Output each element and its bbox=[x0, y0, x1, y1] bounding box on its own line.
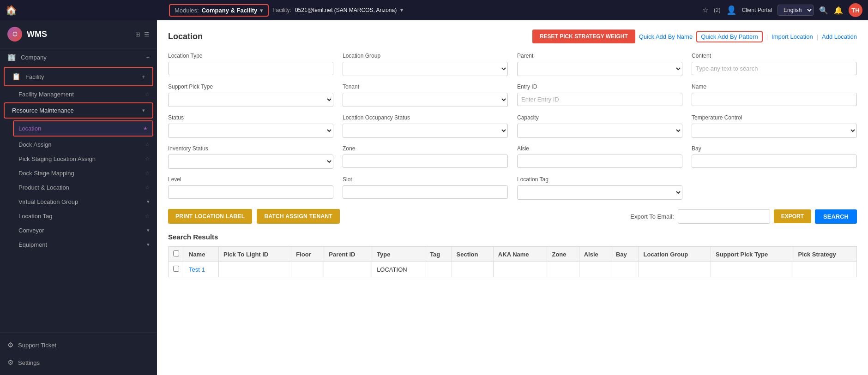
select-inventory-status[interactable] bbox=[168, 155, 333, 169]
sidebar-label-dock-assign: Dock Assign bbox=[18, 141, 52, 148]
facility-icon: 📋 bbox=[12, 72, 21, 81]
sidebar-item-virtual-location-group[interactable]: Virtual Location Group ▾ bbox=[0, 195, 157, 209]
page-title: Location bbox=[168, 32, 203, 42]
label-capacity: Capacity bbox=[517, 114, 682, 121]
input-content[interactable] bbox=[692, 62, 857, 75]
star-dock-assign-icon[interactable]: ☆ bbox=[145, 142, 150, 148]
label-location-tag: Location Tag bbox=[517, 176, 682, 183]
export-button[interactable]: EXPORT bbox=[774, 209, 811, 223]
label-tenant: Tenant bbox=[343, 83, 508, 90]
td-aisle bbox=[579, 262, 611, 277]
import-location-button[interactable]: Import Location bbox=[772, 33, 813, 40]
filter-location-occupancy-status: Location Occupancy Status bbox=[343, 114, 508, 138]
sidebar-label-product-location: Product & Location bbox=[18, 184, 69, 191]
sidebar-item-settings[interactable]: ⚙ Settings bbox=[0, 354, 157, 371]
input-aisle[interactable] bbox=[517, 155, 682, 168]
modules-pill[interactable]: Modules: Company & Facility ▾ bbox=[169, 4, 269, 17]
select-location-occupancy-status[interactable] bbox=[343, 124, 508, 138]
filter-bay: Bay bbox=[692, 145, 857, 169]
notification-bell-container: 🔔 bbox=[834, 6, 843, 15]
select-temperature-control[interactable] bbox=[692, 124, 857, 138]
sidebar-title: WMS bbox=[27, 30, 47, 39]
td-checkbox bbox=[169, 262, 184, 277]
search-button[interactable]: SEARCH bbox=[815, 209, 857, 224]
search-icon[interactable]: 🔍 bbox=[819, 6, 828, 15]
export-email-input[interactable] bbox=[678, 209, 770, 224]
quick-add-by-name-button[interactable]: Quick Add By Name bbox=[639, 33, 693, 40]
select-support-pick-type[interactable] bbox=[168, 93, 333, 107]
sidebar-item-pick-staging[interactable]: Pick Staging Location Assign ☆ bbox=[0, 152, 157, 166]
sidebar-item-product-location[interactable]: Product & Location ☆ bbox=[0, 180, 157, 195]
star-icon[interactable]: ☆ bbox=[702, 6, 708, 14]
input-bay[interactable] bbox=[692, 155, 857, 168]
reset-pick-strategy-button[interactable]: RESET PICK STRATEGY WEIGHT bbox=[532, 30, 635, 43]
sidebar-item-conveyor[interactable]: Conveyor ▾ bbox=[0, 223, 157, 238]
support-ticket-icon: ⚙ bbox=[7, 341, 13, 349]
th-floor: Floor bbox=[291, 247, 324, 262]
star-facility-management-icon[interactable]: ☆ bbox=[145, 91, 150, 97]
sidebar-item-facility[interactable]: 📋 Facility + bbox=[5, 68, 152, 85]
filter-location-type: Location Type bbox=[168, 53, 333, 76]
sidebar-item-location-tag[interactable]: Location Tag ☆ bbox=[0, 209, 157, 223]
input-zone[interactable] bbox=[343, 155, 508, 168]
client-portal-link[interactable]: Client Portal bbox=[742, 7, 772, 13]
sidebar-item-support-ticket[interactable]: ⚙ Support Ticket bbox=[0, 336, 157, 354]
star-product-location-icon[interactable]: ☆ bbox=[145, 185, 150, 190]
select-location-group[interactable] bbox=[343, 62, 508, 76]
add-facility-icon[interactable]: + bbox=[141, 73, 145, 80]
divider-2: | bbox=[817, 33, 818, 40]
avatar[interactable]: TH bbox=[849, 3, 862, 17]
input-slot[interactable] bbox=[343, 185, 508, 199]
bell-icon[interactable]: 🔔 bbox=[834, 6, 843, 14]
quick-add-by-pattern-button[interactable]: Quick Add By Pattern bbox=[697, 32, 762, 42]
sidebar-item-resource-maintenance-wrapper: Resource Maintenance ▾ bbox=[4, 102, 153, 119]
sidebar-bottom: ⚙ Support Ticket ⚙ Settings bbox=[0, 332, 157, 375]
sidebar-item-dock-stage-mapping[interactable]: Dock Stage Mapping ☆ bbox=[0, 166, 157, 180]
sidebar-item-facility-management[interactable]: Facility Management ☆ bbox=[0, 87, 157, 101]
sidebar-item-dock-assign[interactable]: Dock Assign ☆ bbox=[0, 137, 157, 152]
select-tenant[interactable] bbox=[343, 93, 508, 107]
divider-1: | bbox=[766, 33, 768, 40]
modules-chevron-icon[interactable]: ▾ bbox=[260, 7, 263, 14]
input-location-type[interactable] bbox=[168, 62, 333, 75]
sidebar-item-company[interactable]: 🏢 Company + bbox=[0, 48, 157, 66]
sidebar-item-resource-maintenance[interactable]: Resource Maintenance ▾ bbox=[5, 103, 152, 118]
td-name[interactable]: Test 1 bbox=[184, 262, 219, 277]
label-location-type: Location Type bbox=[168, 53, 333, 59]
star-dock-stage-mapping-icon[interactable]: ☆ bbox=[145, 170, 150, 176]
input-level[interactable] bbox=[168, 185, 333, 199]
add-company-icon[interactable]: + bbox=[146, 54, 150, 61]
quick-add-by-pattern-wrapper: Quick Add By Pattern bbox=[696, 31, 763, 42]
sidebar-label-location: Location bbox=[18, 125, 41, 132]
th-aisle: Aisle bbox=[579, 247, 611, 262]
print-location-label-button[interactable]: PRINT LOCATION LABEL bbox=[168, 209, 252, 224]
star-location-tag-icon[interactable]: ☆ bbox=[145, 213, 150, 219]
language-select[interactable]: English bbox=[778, 5, 814, 16]
sidebar-item-location[interactable]: Location ★ bbox=[14, 121, 152, 136]
sidebar-item-equipment[interactable]: Equipment ▾ bbox=[0, 238, 157, 252]
select-status[interactable] bbox=[168, 124, 333, 138]
select-location-tag[interactable] bbox=[517, 185, 682, 200]
grid-icon[interactable]: ⊞ bbox=[135, 31, 140, 38]
label-location-group: Location Group bbox=[343, 53, 508, 59]
add-location-button[interactable]: Add Location bbox=[822, 33, 857, 40]
filter-entry-id: Entry ID bbox=[517, 83, 682, 107]
star-location-icon[interactable]: ★ bbox=[143, 125, 148, 131]
select-capacity[interactable] bbox=[517, 124, 682, 138]
th-checkbox bbox=[169, 247, 184, 262]
home-icon[interactable]: 🏠 bbox=[6, 5, 17, 16]
select-all-checkbox[interactable] bbox=[173, 250, 179, 256]
facility-chevron-icon[interactable]: ▾ bbox=[400, 7, 403, 13]
sidebar-label-company: Company bbox=[21, 54, 47, 61]
row-checkbox[interactable] bbox=[173, 266, 179, 272]
user-icon[interactable]: 👤 bbox=[726, 5, 736, 15]
input-entry-id[interactable] bbox=[517, 93, 682, 106]
menu-icon[interactable]: ☰ bbox=[144, 31, 150, 38]
select-parent[interactable] bbox=[517, 62, 682, 76]
star-pick-staging-icon[interactable]: ☆ bbox=[145, 156, 150, 162]
table-header-row: Name Pick To Light ID Floor Parent ID Ty… bbox=[169, 247, 857, 262]
batch-assign-tenant-button[interactable]: BATCH ASSIGN TENANT bbox=[257, 209, 340, 224]
input-name[interactable] bbox=[692, 93, 857, 106]
sidebar-header-icons: ⊞ ☰ bbox=[135, 31, 150, 38]
filter-zone: Zone bbox=[343, 145, 508, 169]
